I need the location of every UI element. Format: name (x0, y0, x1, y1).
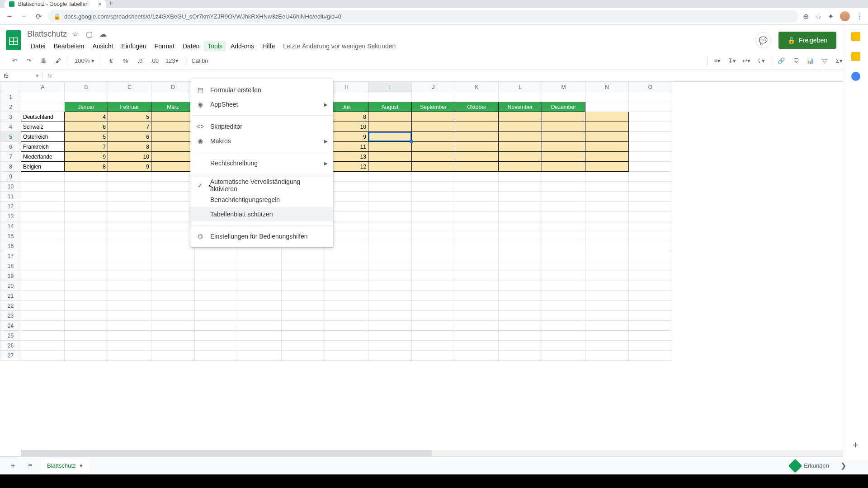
keep-addon-icon[interactable] (851, 52, 860, 61)
cell-J5[interactable] (412, 132, 455, 142)
cell-D14[interactable] (151, 221, 195, 231)
cell-L24[interactable] (499, 321, 542, 331)
cell-I22[interactable] (368, 301, 412, 311)
cell-G21[interactable] (282, 291, 325, 301)
row-header-8[interactable]: 8 (0, 162, 21, 172)
cell-L22[interactable] (499, 301, 542, 311)
cell-E18[interactable] (195, 261, 238, 271)
cell-J20[interactable] (412, 281, 455, 291)
cell-B27[interactable] (65, 351, 108, 361)
move-doc-icon[interactable]: ▢ (86, 30, 94, 38)
cell-L11[interactable] (499, 192, 542, 202)
cell-J4[interactable] (412, 122, 455, 132)
cell-F21[interactable] (238, 291, 282, 301)
cell-L10[interactable] (499, 182, 542, 192)
cell-F27[interactable] (238, 351, 282, 361)
cell-A19[interactable] (21, 271, 65, 281)
cell-N5[interactable] (585, 132, 629, 142)
cell-M8[interactable] (542, 162, 585, 172)
cell-H22[interactable] (325, 301, 368, 311)
cell-C9[interactable] (108, 172, 151, 182)
cell-B24[interactable] (65, 321, 108, 331)
cell-J10[interactable] (412, 182, 455, 192)
menu-einfügen[interactable]: Einfügen (118, 41, 150, 52)
cell-A4[interactable]: Schweiz (21, 122, 65, 132)
tools-menu-einstellungen-f-r-bedienungshilfen[interactable]: ⌬Einstellungen für Bedienungshilfen (190, 229, 333, 244)
cell-E22[interactable] (195, 301, 238, 311)
cell-E24[interactable] (195, 321, 238, 331)
cell-D15[interactable] (151, 231, 195, 241)
cell-M18[interactable] (542, 261, 585, 271)
column-header-N[interactable]: N (585, 82, 629, 92)
cell-K23[interactable] (455, 311, 499, 321)
cell-K11[interactable] (455, 192, 499, 202)
cell-A14[interactable] (21, 221, 65, 231)
row-header-15[interactable]: 15 (0, 231, 21, 241)
cell-M13[interactable] (542, 211, 585, 221)
row-header-11[interactable]: 11 (0, 192, 21, 202)
cell-O20[interactable] (629, 281, 672, 291)
cell-O21[interactable] (629, 291, 672, 301)
cell-E23[interactable] (195, 311, 238, 321)
cell-I18[interactable] (368, 261, 412, 271)
cell-K27[interactable] (455, 351, 499, 361)
cell-N25[interactable] (585, 331, 629, 341)
cell-I11[interactable] (368, 192, 412, 202)
cell-D22[interactable] (151, 301, 195, 311)
cell-K17[interactable] (455, 251, 499, 261)
cell-B6[interactable]: 7 (65, 142, 108, 152)
cell-O7[interactable] (629, 152, 672, 162)
cell-L14[interactable] (499, 221, 542, 231)
row-header-14[interactable]: 14 (0, 221, 21, 231)
cell-B21[interactable] (65, 291, 108, 301)
cell-L2[interactable]: November (499, 102, 542, 112)
cell-I24[interactable] (368, 321, 412, 331)
cell-O24[interactable] (629, 321, 672, 331)
cell-M26[interactable] (542, 341, 585, 351)
cell-H19[interactable] (325, 271, 368, 281)
cell-D3[interactable] (151, 112, 195, 122)
row-header-4[interactable]: 4 (0, 122, 21, 132)
cell-K21[interactable] (455, 291, 499, 301)
cell-D2[interactable]: März (151, 102, 195, 112)
cell-L21[interactable] (499, 291, 542, 301)
cell-L1[interactable] (499, 92, 542, 102)
menu-bearbeiten[interactable]: Bearbeiten (50, 41, 88, 52)
row-header-1[interactable]: 1 (0, 92, 21, 102)
cell-D11[interactable] (151, 192, 195, 202)
row-header-19[interactable]: 19 (0, 271, 21, 281)
cell-A1[interactable] (21, 92, 65, 102)
cell-E17[interactable] (195, 251, 238, 261)
cell-N24[interactable] (585, 321, 629, 331)
cell-D19[interactable] (151, 271, 195, 281)
undo-button[interactable]: ↶ (8, 55, 21, 67)
cell-O13[interactable] (629, 211, 672, 221)
cell-M23[interactable] (542, 311, 585, 321)
cell-C13[interactable] (108, 211, 151, 221)
cell-O16[interactable] (629, 241, 672, 251)
cell-N15[interactable] (585, 231, 629, 241)
rotate-button[interactable]: ⤹▾ (755, 55, 767, 67)
comment-button[interactable]: 🗨 (789, 55, 802, 67)
cell-A20[interactable] (21, 281, 65, 291)
filter-button[interactable]: ▽ (818, 55, 831, 67)
cell-J9[interactable] (412, 172, 455, 182)
cell-I10[interactable] (368, 182, 412, 192)
row-header-12[interactable]: 12 (0, 202, 21, 211)
row-header-9[interactable]: 9 (0, 172, 21, 182)
cell-C8[interactable]: 9 (108, 162, 151, 172)
document-title[interactable]: Blattschutz (27, 29, 67, 39)
cell-M19[interactable] (542, 271, 585, 281)
cell-D10[interactable] (151, 182, 195, 192)
cell-C17[interactable] (108, 251, 151, 261)
menu-ansicht[interactable]: Ansicht (89, 41, 117, 52)
cell-I5[interactable] (368, 132, 412, 142)
cell-H17[interactable] (325, 251, 368, 261)
cell-D1[interactable] (151, 92, 195, 102)
row-header-25[interactable]: 25 (0, 331, 21, 341)
cell-J15[interactable] (412, 231, 455, 241)
cell-O11[interactable] (629, 192, 672, 202)
row-header-20[interactable]: 20 (0, 281, 21, 291)
row-header-21[interactable]: 21 (0, 291, 21, 301)
zoom-select[interactable]: 100% ▾ (72, 57, 97, 64)
